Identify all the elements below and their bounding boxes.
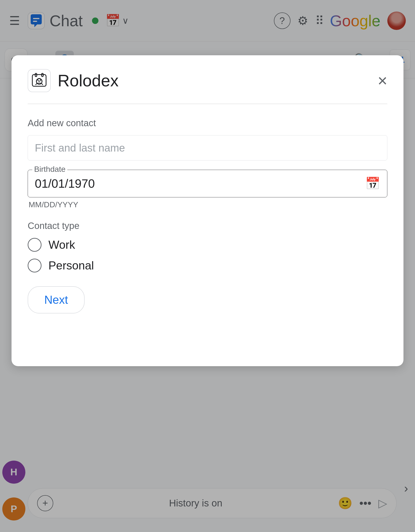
contact-type-radio-group: Work Personal <box>28 238 387 272</box>
radio-circle-personal <box>28 259 41 272</box>
radio-item-work[interactable]: Work <box>28 238 387 252</box>
modal-header: Rolodex × <box>28 69 387 92</box>
date-format-hint: MM/DD/YYYY <box>28 200 387 209</box>
radio-circle-work <box>28 238 41 252</box>
contact-type-label: Contact type <box>28 221 387 231</box>
name-input[interactable] <box>28 135 387 161</box>
date-input-row[interactable]: 01/01/1970 📅 <box>28 170 387 197</box>
radio-label-work: Work <box>49 238 75 251</box>
radio-item-personal[interactable]: Personal <box>28 259 387 272</box>
rolodex-icon-svg <box>31 73 47 89</box>
rolodex-modal: Rolodex × Add new contact Birthdate 01/0… <box>11 55 404 366</box>
modal-divider <box>28 104 387 104</box>
modal-title-area: Rolodex <box>28 69 119 92</box>
section-label: Add new contact <box>28 118 387 128</box>
modal-app-icon <box>28 69 51 92</box>
modal-title: Rolodex <box>58 71 119 90</box>
radio-label-personal: Personal <box>49 259 94 272</box>
calendar-picker-icon[interactable]: 📅 <box>365 176 380 190</box>
close-button[interactable]: × <box>378 72 387 89</box>
birthdate-field-wrapper: Birthdate 01/01/1970 📅 <box>28 170 387 197</box>
birthdate-label: Birthdate <box>32 165 67 174</box>
next-button[interactable]: Next <box>28 286 85 314</box>
date-value: 01/01/1970 <box>35 177 95 190</box>
